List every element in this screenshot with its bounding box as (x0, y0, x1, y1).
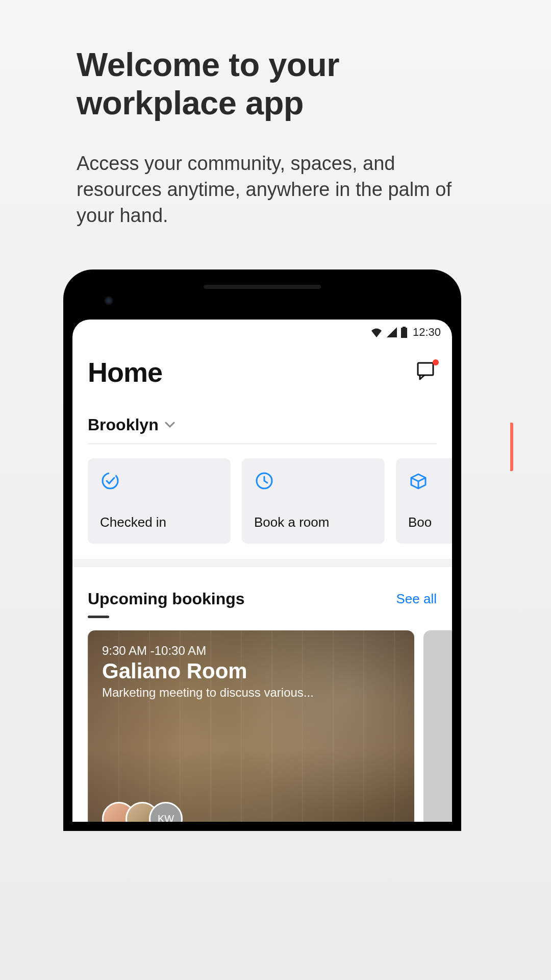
booking-card[interactable]: 9:30 AM -10:30 AM Galiano Room Marketing… (88, 630, 414, 822)
booking-description: Marketing meeting to discuss various... (102, 685, 398, 700)
quick-action-checked-in[interactable]: Checked in (88, 458, 231, 544)
chevron-down-icon (165, 422, 175, 429)
phone-mockup: 12:30 Home Brooklyn (55, 270, 510, 831)
quick-action-book-other[interactable]: Boo (396, 458, 452, 544)
status-bar: 12:30 (72, 320, 452, 342)
quick-action-label: Checked in (100, 514, 218, 530)
quick-action-book-room[interactable]: Book a room (242, 458, 385, 544)
phone-camera (104, 296, 113, 305)
quick-action-label: Book a room (254, 514, 372, 530)
booking-time: 9:30 AM -10:30 AM (102, 644, 400, 658)
svg-rect-0 (403, 327, 406, 328)
see-all-link[interactable]: See all (396, 591, 437, 607)
quick-action-label: Boo (408, 514, 452, 530)
notification-badge (433, 359, 439, 365)
svg-rect-2 (418, 363, 433, 375)
phone-power-button (510, 423, 513, 471)
signal-icon (386, 327, 397, 337)
location-name: Brooklyn (88, 415, 159, 434)
section-title-bookings: Upcoming bookings (88, 590, 245, 608)
wifi-icon (370, 327, 383, 337)
check-circle-icon (100, 471, 120, 491)
avatar-initials: KW (149, 802, 183, 822)
clock-icon (254, 471, 274, 491)
page-title: Welcome to your workplace app (77, 46, 474, 122)
booking-cards-row: 9:30 AM -10:30 AM Galiano Room Marketing… (72, 618, 452, 822)
attendee-avatars: KW (102, 802, 183, 822)
page-subtitle: Access your community, spaces, and resou… (77, 151, 474, 229)
box-icon (408, 471, 429, 491)
svg-point-3 (101, 471, 120, 491)
quick-actions-row: Checked in Book a room Boo (72, 444, 452, 544)
phone-speaker (204, 285, 321, 289)
booking-card[interactable] (423, 630, 452, 822)
location-selector[interactable]: Brooklyn (72, 395, 452, 444)
status-time: 12:30 (413, 326, 441, 339)
battery-icon (400, 327, 408, 338)
section-separator (72, 559, 452, 567)
booking-room-name: Galiano Room (102, 659, 400, 683)
screen-title: Home (88, 356, 162, 388)
chat-button[interactable] (416, 361, 437, 383)
svg-rect-1 (401, 328, 407, 338)
